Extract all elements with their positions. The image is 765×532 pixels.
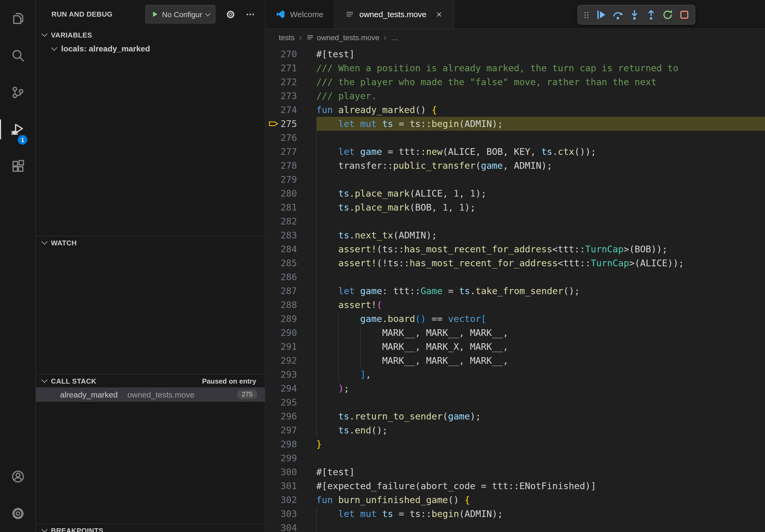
gutter-line-301[interactable]: 301: [265, 479, 316, 493]
code-text-297[interactable]: ts.end();: [316, 423, 765, 437]
code-text-278[interactable]: transfer::public_transfer(game, ADMIN);: [316, 158, 765, 172]
gutter-line-294[interactable]: 294: [265, 382, 316, 396]
gutter-line-304[interactable]: 304: [265, 521, 316, 532]
breadcrumb-item[interactable]: owned_tests.move: [306, 33, 379, 42]
activitybar-run-and-debug[interactable]: 1: [0, 111, 35, 148]
gutter-line-271[interactable]: 271: [265, 61, 316, 75]
code-text-276[interactable]: [316, 131, 765, 145]
activitybar-extensions[interactable]: [0, 148, 35, 185]
code-text-296[interactable]: ts.return_to_sender(game);: [316, 409, 765, 423]
gutter-line-289[interactable]: 289: [265, 312, 316, 326]
activitybar-source-control[interactable]: [0, 74, 35, 111]
step-into-button[interactable]: [627, 7, 642, 23]
code-text-274[interactable]: fun already_marked() {: [316, 103, 765, 117]
gutter-line-274[interactable]: 274: [265, 103, 316, 117]
watch-section-header[interactable]: WATCH: [36, 236, 265, 249]
gutter-line-273[interactable]: 273: [265, 89, 316, 103]
code-text-289[interactable]: game.board() == vector[: [316, 312, 765, 326]
code-text-290[interactable]: MARK__, MARK__, MARK__,: [316, 326, 765, 340]
activitybar-search[interactable]: [0, 37, 35, 74]
gutter-line-275[interactable]: 275: [265, 117, 316, 131]
gutter-line-290[interactable]: 290: [265, 326, 316, 340]
code-text-298[interactable]: }: [316, 437, 765, 451]
gutter-line-279[interactable]: 279: [265, 172, 316, 186]
code-text-304[interactable]: [316, 521, 765, 532]
call-stack-section-header[interactable]: CALL STACK Paused on entry: [36, 375, 265, 387]
tab-owned-tests-move[interactable]: owned_tests.move: [335, 0, 454, 28]
gutter-line-303[interactable]: 303: [265, 507, 316, 521]
code-text-287[interactable]: let game: ttt::Game = ts.take_from_sende…: [316, 284, 765, 298]
gutter-line-272[interactable]: 272: [265, 75, 316, 89]
code-text-279[interactable]: [316, 172, 765, 186]
step-over-button[interactable]: [610, 7, 626, 23]
activitybar-explorer[interactable]: [0, 0, 35, 37]
gutter-line-283[interactable]: 283: [265, 228, 316, 242]
call-stack-frame[interactable]: already_marked owned_tests.move 275: [36, 387, 265, 402]
code-text-291[interactable]: MARK__, MARK_X, MARK__,: [316, 340, 765, 354]
code-text-293[interactable]: ],: [316, 368, 765, 382]
gutter-line-291[interactable]: 291: [265, 340, 316, 354]
code-text-295[interactable]: [316, 396, 765, 409]
gutter-line-293[interactable]: 293: [265, 368, 316, 382]
gutter-line-292[interactable]: 292: [265, 354, 316, 368]
code-text-301[interactable]: #[expected_failure(abort_code = ttt::ENo…: [316, 479, 765, 493]
code-text-292[interactable]: MARK__, MARK__, MARK__,: [316, 354, 765, 368]
code-text-288[interactable]: assert!(: [316, 298, 765, 312]
code-text-271[interactable]: /// When a position is already marked, t…: [316, 61, 765, 75]
views-more-actions-button[interactable]: [246, 9, 255, 19]
code-text-270[interactable]: #[test]: [316, 47, 765, 61]
code-text-281[interactable]: ts.place_mark(BOB, 1, 1);: [316, 200, 765, 214]
code-text-283[interactable]: ts.next_tx(ADMIN);: [316, 228, 765, 242]
gutter-line-281[interactable]: 281: [265, 200, 316, 214]
gutter-line-299[interactable]: 299: [265, 451, 316, 465]
code-text-303[interactable]: let mut ts = ts::begin(ADMIN);: [316, 507, 765, 521]
stop-button[interactable]: [677, 7, 692, 23]
variables-section-header[interactable]: VARIABLES: [36, 28, 265, 41]
restart-button[interactable]: [660, 7, 675, 23]
code-text-286[interactable]: [316, 270, 765, 284]
gutter-line-298[interactable]: 298: [265, 437, 316, 451]
gutter-line-280[interactable]: 280: [265, 186, 316, 200]
debug-config-dropdown[interactable]: No Configur: [146, 5, 216, 24]
gutter-line-284[interactable]: 284: [265, 242, 316, 256]
gutter-line-282[interactable]: 282: [265, 214, 316, 228]
code-text-277[interactable]: let game = ttt::new(ALICE, BOB, KEY, ts.…: [316, 145, 765, 158]
gutter-line-297[interactable]: 297: [265, 423, 316, 437]
step-out-button[interactable]: [643, 7, 659, 23]
code-text-280[interactable]: ts.place_mark(ALICE, 1, 1);: [316, 186, 765, 200]
activitybar-accounts[interactable]: [0, 458, 35, 495]
gutter-line-288[interactable]: 288: [265, 298, 316, 312]
code-text-294[interactable]: );: [316, 382, 765, 396]
breakpoints-section-header[interactable]: BREAKPOINTS: [36, 524, 265, 532]
continue-button[interactable]: [593, 7, 609, 23]
variables-scope-row[interactable]: locals: already_marked: [36, 41, 265, 56]
gutter-line-287[interactable]: 287: [265, 284, 316, 298]
code-text-299[interactable]: [316, 451, 765, 465]
gutter-line-295[interactable]: 295: [265, 396, 316, 409]
code-text-285[interactable]: assert!(!ts::has_most_recent_for_address…: [316, 256, 765, 270]
breadcrumb-item[interactable]: tests: [279, 33, 295, 42]
toolbar-drag-grip-icon[interactable]: [581, 10, 592, 19]
activitybar-manage[interactable]: [0, 495, 35, 532]
code-text-302[interactable]: fun burn_unfinished_game() {: [316, 493, 765, 507]
tab-welcome[interactable]: Welcome: [265, 0, 335, 28]
gutter-line-278[interactable]: 278: [265, 158, 316, 172]
gutter-line-285[interactable]: 285: [265, 256, 316, 270]
close-icon[interactable]: [435, 10, 443, 18]
breadcrumb-item[interactable]: …: [391, 33, 398, 42]
gutter-line-277[interactable]: 277: [265, 145, 316, 158]
gutter-line-270[interactable]: 270: [265, 47, 316, 61]
code-text-273[interactable]: /// player.: [316, 89, 765, 103]
gutter-line-296[interactable]: 296: [265, 409, 316, 423]
code-text-284[interactable]: assert!(ts::has_most_recent_for_address<…: [316, 242, 765, 256]
code-text-282[interactable]: [316, 214, 765, 228]
breadcrumb: tests›owned_tests.move›…: [265, 29, 765, 46]
gutter-line-286[interactable]: 286: [265, 270, 316, 284]
code-text-272[interactable]: /// the player who made the "false" move…: [316, 75, 765, 89]
gutter-line-302[interactable]: 302: [265, 493, 316, 507]
gutter-line-276[interactable]: 276: [265, 131, 316, 145]
debug-settings-button[interactable]: [226, 9, 235, 19]
code-text-300[interactable]: #[test]: [316, 465, 765, 479]
code-text-275[interactable]: let mut ts = ts::begin(ADMIN);: [316, 117, 765, 131]
gutter-line-300[interactable]: 300: [265, 465, 316, 479]
